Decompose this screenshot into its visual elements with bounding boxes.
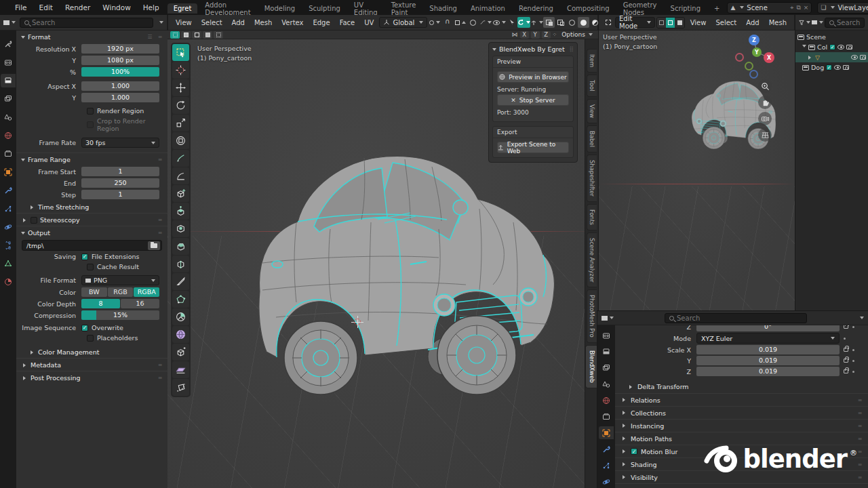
- modifier-properties-tab[interactable]: [1, 184, 16, 197]
- pin-icon[interactable]: ⌖: [790, 4, 793, 12]
- properties-search-input[interactable]: Search: [665, 313, 807, 323]
- viewport-menu-view[interactable]: View: [172, 19, 196, 26]
- outliner-row-dog[interactable]: Dog: [795, 62, 868, 73]
- format-section-header[interactable]: Format ☰≡: [16, 30, 167, 43]
- outliner-search-input[interactable]: Search: [825, 18, 865, 28]
- select-extend-icon[interactable]: [181, 31, 191, 39]
- resolution-x-field[interactable]: 1920 px: [81, 44, 159, 54]
- material-properties-tab[interactable]: [1, 275, 16, 289]
- rvp-menu-view[interactable]: View: [686, 19, 711, 26]
- drag-handle-icon[interactable]: ⣿: [570, 46, 574, 52]
- scene-properties-tab[interactable]: [599, 378, 614, 391]
- mirror-z-button[interactable]: Z: [542, 31, 551, 39]
- workspace-tab-animation[interactable]: Animation: [465, 3, 511, 14]
- object-properties-tab[interactable]: [1, 165, 16, 179]
- scale-y-field[interactable]: 0.019: [696, 356, 840, 365]
- menu-edit[interactable]: Edit: [34, 3, 58, 12]
- select-subtract-icon[interactable]: [192, 31, 201, 39]
- outliner-row-selected-object[interactable]: ▽: [795, 52, 868, 62]
- render-camera-icon[interactable]: [843, 65, 849, 70]
- resolution-y-field[interactable]: 1080 px: [81, 56, 159, 65]
- rotation-mode-dropdown[interactable]: XYZ Euler: [696, 333, 840, 344]
- add-workspace-button[interactable]: +: [708, 3, 726, 14]
- perspective-toggle-button[interactable]: [758, 128, 772, 142]
- gizmo-z-axis[interactable]: Z: [749, 35, 760, 45]
- stop-server-button[interactable]: ✕ Stop Server: [497, 94, 569, 106]
- frame-start-field[interactable]: 1: [81, 167, 159, 176]
- preview-in-browser-button[interactable]: Preview in Browser: [497, 71, 569, 83]
- tool-shear[interactable]: [172, 361, 189, 378]
- animate-dot[interactable]: [852, 326, 854, 328]
- cache-result-checkbox[interactable]: [87, 264, 94, 270]
- viewlayer-selector[interactable]: ❏ ViewLayer ⧉ ×: [817, 2, 868, 14]
- file-extensions-checkbox[interactable]: [81, 253, 88, 260]
- sidebar-tab-shapeshifter[interactable]: Shapeshifter: [587, 155, 597, 202]
- viewport-menu-uv[interactable]: UV: [360, 19, 378, 26]
- world-properties-tab[interactable]: [1, 129, 16, 142]
- menu-help[interactable]: Help: [138, 3, 165, 12]
- modifier-properties-tab[interactable]: [599, 443, 614, 455]
- pivot-point-icon[interactable]: [429, 17, 440, 28]
- instancing-section[interactable]: Instancing≡: [615, 419, 868, 432]
- snap-toggle-icon[interactable]: [517, 17, 530, 28]
- mirror-x-button[interactable]: X: [520, 31, 529, 39]
- export-scene-button[interactable]: Export Scene to Web: [497, 142, 569, 153]
- scale-x-field[interactable]: 0.019: [696, 345, 840, 354]
- cursor-select-icon[interactable]: [506, 17, 517, 28]
- tool-inset-faces[interactable]: [172, 220, 189, 237]
- time-stretching-subpanel[interactable]: Time Stretching: [16, 201, 167, 213]
- outliner-filter-icon[interactable]: [799, 17, 810, 28]
- tool-bevel[interactable]: [172, 238, 189, 255]
- outliner-display-icon[interactable]: [812, 17, 823, 28]
- data-properties-tab[interactable]: [1, 257, 16, 270]
- show-visibility-icon[interactable]: [493, 17, 506, 28]
- tool-properties-tab[interactable]: [1, 37, 16, 51]
- proportional-editing-icon[interactable]: [467, 17, 479, 28]
- tool-measure[interactable]: [172, 167, 189, 184]
- viewport-display-section[interactable]: Viewport Display≡: [615, 483, 868, 488]
- tool-annotate[interactable]: [172, 150, 189, 167]
- chevron-down-icon[interactable]: [159, 21, 163, 26]
- scale-z-field[interactable]: 0.019: [696, 367, 840, 376]
- aspect-x-field[interactable]: 1.000: [81, 81, 159, 91]
- gizmo-toggle-icon[interactable]: [530, 17, 543, 28]
- physics-properties-tab[interactable]: [599, 475, 614, 488]
- animate-dot[interactable]: [852, 349, 854, 351]
- sidebar-tab-babel[interactable]: Babel: [587, 125, 597, 152]
- physics-properties-tab[interactable]: [1, 220, 16, 234]
- output-properties-tab[interactable]: [1, 74, 16, 87]
- sidebar-tab-scene-analyzer[interactable]: Scene Analyzer: [587, 232, 597, 288]
- world-properties-tab[interactable]: [599, 394, 614, 407]
- hide-eye-icon[interactable]: [837, 45, 844, 49]
- file-format-dropdown[interactable]: PNG: [81, 275, 159, 285]
- delta-transform-section[interactable]: Delta Transform: [615, 380, 868, 393]
- editor-type-icon[interactable]: [601, 312, 614, 323]
- frame-step-field[interactable]: 1: [81, 190, 159, 199]
- tool-smooth[interactable]: [172, 326, 189, 343]
- render-camera-icon[interactable]: [846, 45, 852, 49]
- scene-selector[interactable]: ▲ Scene ⌖ ⧉ ×: [727, 2, 812, 14]
- tool-scale[interactable]: [172, 115, 189, 131]
- options-dropdown[interactable]: Options: [559, 31, 595, 38]
- sidebar-tab-photomesh-pro[interactable]: PhotoMesh Pro: [587, 289, 597, 343]
- overlays-toggle-icon[interactable]: [543, 17, 555, 28]
- browse-folder-button[interactable]: [148, 241, 160, 250]
- secondary-3d-viewport[interactable]: User Perspective (1) Pony_cartoon Z Y X: [598, 30, 795, 310]
- sidebar-tab-blendxweb[interactable]: BlendXweb: [585, 345, 597, 388]
- face-select-icon[interactable]: [675, 18, 684, 28]
- particles-properties-tab[interactable]: [599, 459, 614, 472]
- color-management-subpanel[interactable]: Color Management: [16, 346, 167, 358]
- gizmo-z-neg[interactable]: [749, 70, 758, 79]
- tool-poly-build[interactable]: [172, 291, 189, 308]
- vertex-select-icon[interactable]: [657, 18, 666, 28]
- output-path-field[interactable]: /tmp\: [22, 240, 162, 251]
- render-properties-tab[interactable]: [1, 56, 16, 69]
- render-properties-tab[interactable]: [599, 329, 614, 342]
- frame-rate-dropdown[interactable]: 30 fps: [81, 138, 159, 148]
- viewport-menu-add[interactable]: Add: [228, 19, 249, 26]
- hide-eye-icon[interactable]: [851, 55, 858, 60]
- shading-wireframe-icon[interactable]: [566, 17, 578, 28]
- workspace-tab-sculpting[interactable]: Sculpting: [302, 3, 347, 14]
- placeholders-checkbox[interactable]: [87, 335, 94, 342]
- scene-properties-tab[interactable]: [1, 110, 16, 124]
